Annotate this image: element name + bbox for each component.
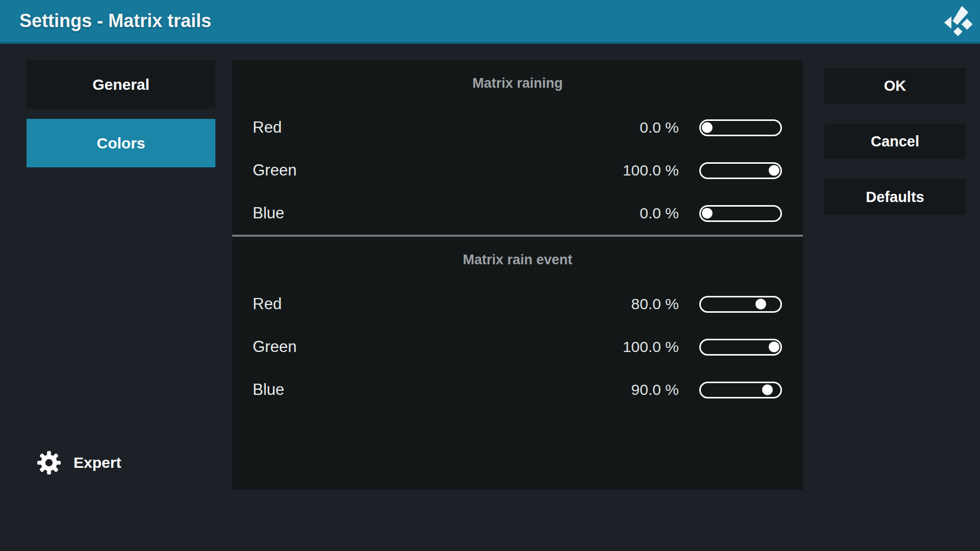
category-sidebar: General Colors <box>27 60 215 178</box>
defaults-button[interactable]: Defaults <box>824 179 966 215</box>
slider[interactable] <box>699 339 782 356</box>
slider[interactable] <box>699 119 782 136</box>
setting-label: Blue <box>253 381 631 399</box>
slider[interactable] <box>699 382 782 398</box>
settings-panel: Matrix raining Red 0.0 % Green 100.0 % B… <box>232 60 803 490</box>
slider[interactable] <box>699 205 782 222</box>
slider-knob[interactable] <box>769 165 779 176</box>
slider-knob[interactable] <box>702 208 713 219</box>
setting-row: Blue 90.0 % <box>232 368 803 411</box>
section-rows: Red 0.0 % Green 100.0 % Blue 0.0 % <box>232 106 803 235</box>
setting-value: 100.0 % <box>623 162 679 179</box>
slider-knob[interactable] <box>769 342 779 353</box>
settings-level-toggle[interactable]: Expert <box>37 450 121 475</box>
settings-dialog: Settings - Matrix trails General Colors <box>0 0 980 551</box>
action-buttons: OK Cancel Defaults <box>824 68 966 235</box>
setting-value: 0.0 % <box>640 205 679 222</box>
section-rows: Red 80.0 % Green 100.0 % Blue 90.0 % <box>232 283 803 411</box>
tab-general[interactable]: General <box>27 60 215 109</box>
slider[interactable] <box>699 162 782 179</box>
window-titlebar: Settings - Matrix trails <box>0 0 980 44</box>
setting-value: 0.0 % <box>640 119 679 136</box>
window-title: Settings - Matrix trails <box>19 10 211 32</box>
slider[interactable] <box>699 296 782 313</box>
settings-level-label: Expert <box>74 454 121 471</box>
section-title: Matrix raining <box>232 60 803 106</box>
setting-value: 80.0 % <box>631 295 679 313</box>
tab-colors[interactable]: Colors <box>27 119 215 167</box>
slider-knob[interactable] <box>702 122 713 133</box>
setting-row: Green 100.0 % <box>232 149 803 192</box>
setting-row: Red 0.0 % <box>232 106 803 149</box>
setting-row: Red 80.0 % <box>232 283 803 325</box>
setting-value: 90.0 % <box>631 381 679 398</box>
setting-value: 100.0 % <box>623 338 679 356</box>
setting-label: Red <box>253 118 640 137</box>
section-title: Matrix rain event <box>232 237 803 283</box>
ok-button[interactable]: OK <box>824 68 966 104</box>
setting-label: Green <box>253 338 623 356</box>
kodi-logo <box>942 5 975 37</box>
setting-row: Blue 0.0 % <box>232 192 803 235</box>
setting-label: Blue <box>253 204 640 222</box>
slider-knob[interactable] <box>755 299 766 310</box>
setting-row: Green 100.0 % <box>232 325 803 368</box>
gear-icon <box>37 450 61 475</box>
setting-label: Red <box>253 295 631 313</box>
setting-label: Green <box>253 161 623 180</box>
slider-knob[interactable] <box>762 385 773 395</box>
cancel-button[interactable]: Cancel <box>824 123 966 159</box>
